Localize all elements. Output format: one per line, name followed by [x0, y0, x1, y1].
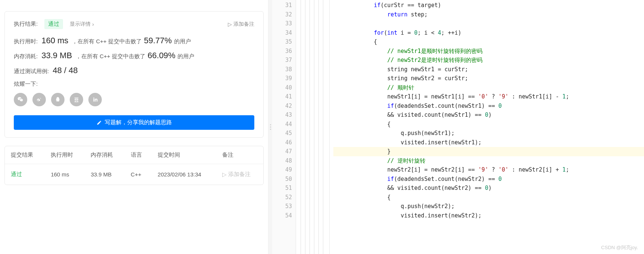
memory-value: 33.9 MB [41, 51, 72, 60]
code-line[interactable]: { [333, 37, 644, 47]
code-line[interactable]: // 逆时针旋转 [333, 156, 644, 166]
line-number: 53 [272, 202, 292, 211]
show-details-link[interactable]: 显示详情 › [70, 21, 94, 28]
line-number: 42 [272, 101, 292, 111]
line-numbers: 3132333435363738394041424344454647484950… [272, 0, 296, 254]
status-badge: 通过 [44, 19, 63, 29]
col-runtime: 执行用时 [45, 146, 85, 164]
history-card: 提交结果 执行用时 内存消耗 语言 提交时间 备注 通过 160 ms 33.9… [4, 146, 264, 185]
line-number: 39 [272, 74, 292, 83]
col-note: 备注 [216, 146, 263, 164]
result-panel: 执行结果: 通过 显示详情 › ▷ 添加备注 执行用时: 160 ms ，在所有… [0, 0, 268, 254]
watermark: CSDN @阿亮joy. [601, 244, 638, 251]
wechat-icon[interactable] [14, 93, 27, 106]
runtime-value: 160 ms [41, 36, 68, 46]
memory-row: 内存消耗: 33.9 MB ，在所有 C++ 提交中击败了 66.09% 的用户 [14, 51, 254, 60]
testcase-row: 通过测试用例: 48 / 48 [14, 66, 254, 75]
line-number: 36 [272, 47, 292, 56]
code-line[interactable]: } [333, 147, 644, 156]
testcase-value: 48 / 48 [53, 66, 78, 75]
share-icons [14, 93, 254, 106]
line-number: 48 [272, 156, 292, 166]
qq-icon[interactable] [51, 93, 65, 106]
add-note-button[interactable]: ▷ 添加备注 [228, 21, 254, 28]
write-solution-button[interactable]: 写题解，分享我的解题思路 [14, 115, 254, 130]
line-number: 54 [272, 211, 292, 220]
line-number: 41 [272, 92, 292, 101]
history-table: 提交结果 执行用时 内存消耗 语言 提交时间 备注 通过 160 ms 33.9… [5, 146, 263, 185]
result-link[interactable]: 通过 [11, 171, 22, 177]
code-line[interactable]: q.push(newStr2); [333, 202, 644, 211]
code-line[interactable]: // 顺时针 [333, 83, 644, 92]
code-line[interactable]: // newStr2是逆时针旋转得到的密码 [333, 56, 644, 65]
douban-icon[interactable] [70, 93, 83, 106]
code-line[interactable]: newStr1[i] = newStr1[i] == '0' ? '9' : n… [333, 92, 644, 101]
line-number: 52 [272, 193, 292, 202]
line-number: 45 [272, 129, 292, 138]
code-line[interactable]: visited.insert(newStr2); [333, 211, 644, 220]
code-panel: 3132333435363738394041424344454647484950… [272, 0, 644, 254]
code-line[interactable]: q.push(newStr1); [333, 129, 644, 138]
flag-icon: ▷ [228, 21, 232, 27]
code-line[interactable]: string newStr1 = curStr; [333, 65, 644, 74]
cell-runtime: 160 ms [45, 164, 85, 185]
code-line[interactable]: for(int i = 0; i < 4; ++i) [333, 28, 644, 38]
code-line[interactable]: if(curStr == target) [333, 1, 644, 10]
code-editor[interactable]: if(curStr == target) return step; for(in… [330, 0, 644, 254]
code-line[interactable]: if(deadendsSet.count(newStr1) == 0 [333, 101, 644, 111]
linkedin-icon[interactable] [88, 93, 102, 106]
line-number: 37 [272, 56, 292, 65]
col-time: 提交时间 [152, 146, 216, 164]
code-line[interactable] [333, 19, 644, 28]
result-label: 执行结果: [14, 21, 38, 28]
col-memory: 内存消耗 [85, 146, 125, 164]
line-number: 33 [272, 19, 292, 28]
line-number: 40 [272, 83, 292, 92]
line-number: 51 [272, 184, 292, 193]
memory-percent: 66.09% [148, 51, 176, 60]
pencil-icon [97, 120, 102, 125]
line-number: 35 [272, 37, 292, 47]
line-number: 46 [272, 138, 292, 147]
line-number: 31 [272, 1, 292, 10]
share-label: 炫耀一下: [14, 81, 254, 88]
weibo-icon[interactable] [32, 93, 46, 106]
line-number: 38 [272, 65, 292, 74]
code-line[interactable]: if(deadendsSet.count(newStr2) == 0 [333, 175, 644, 184]
line-number: 49 [272, 165, 292, 175]
line-number: 44 [272, 120, 292, 129]
cell-lang: C++ [125, 164, 152, 185]
cell-memory: 33.9 MB [85, 164, 125, 185]
code-line[interactable]: && visited.count(newStr2) == 0) [333, 184, 644, 193]
table-header-row: 提交结果 执行用时 内存消耗 语言 提交时间 备注 [5, 146, 263, 164]
table-row[interactable]: 通过 160 ms 33.9 MB C++ 2023/02/06 13:34 ▷… [5, 164, 263, 185]
code-line[interactable]: visited.insert(newStr1); [333, 138, 644, 147]
line-number: 47 [272, 147, 292, 156]
code-line[interactable]: && visited.count(newStr1) == 0) [333, 110, 644, 120]
col-lang: 语言 [125, 146, 152, 164]
line-number: 32 [272, 10, 292, 19]
code-line[interactable]: { [333, 120, 644, 129]
code-line[interactable]: string newStr2 = curStr; [333, 74, 644, 83]
line-number: 43 [272, 110, 292, 120]
runtime-percent: 59.77% [144, 36, 172, 46]
code-line[interactable]: // newStr1是顺时针旋转得到的密码 [333, 47, 644, 56]
col-result: 提交结果 [5, 146, 45, 164]
line-number: 50 [272, 175, 292, 184]
flag-icon: ▷ [222, 171, 227, 178]
chevron-right-icon: › [92, 21, 94, 27]
result-header: 执行结果: 通过 显示详情 › ▷ 添加备注 [14, 19, 254, 29]
runtime-row: 执行用时: 160 ms ，在所有 C++ 提交中击败了 59.77% 的用户 [14, 36, 254, 46]
code-line[interactable]: return step; [333, 10, 644, 19]
code-line[interactable]: { [333, 193, 644, 202]
cell-time: 2023/02/06 13:34 [152, 164, 216, 185]
result-card: 执行结果: 通过 显示详情 › ▷ 添加备注 执行用时: 160 ms ，在所有… [4, 11, 264, 138]
fold-gutter [296, 0, 330, 254]
panel-splitter[interactable] [268, 0, 272, 254]
add-note-cell[interactable]: ▷添加备注 [222, 171, 257, 178]
line-number: 34 [272, 28, 292, 38]
code-line[interactable]: newStr2[i] = newStr2[i] == '9' ? '0' : n… [333, 165, 644, 175]
